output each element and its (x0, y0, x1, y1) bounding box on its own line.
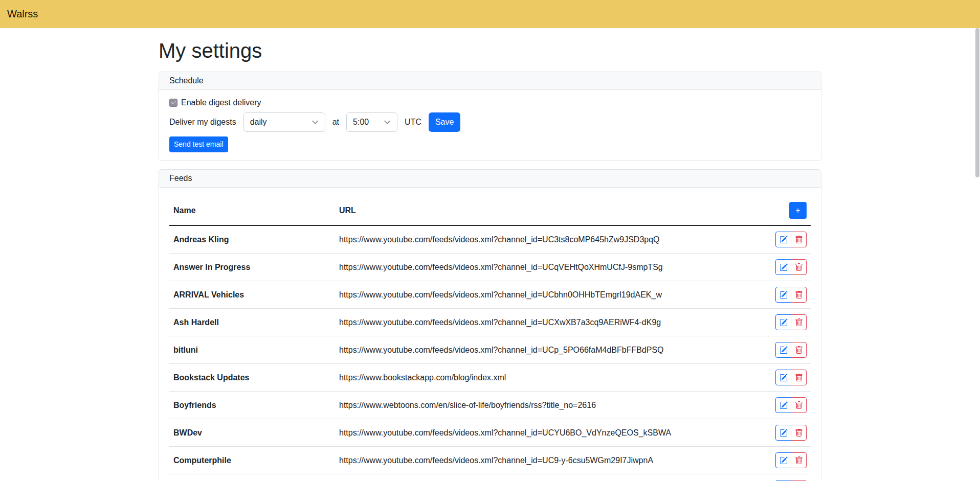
trash-icon (795, 346, 803, 354)
feed-name: BWDev (169, 419, 335, 447)
column-header-name: Name (169, 196, 335, 225)
delete-feed-button[interactable] (791, 342, 807, 358)
trash-icon (795, 263, 803, 271)
enable-digest-checkbox[interactable] (169, 99, 177, 107)
feed-actions (760, 225, 811, 254)
column-header-url: URL (335, 196, 760, 225)
feed-name: Computerphile (169, 447, 335, 474)
feed-url: https://www.youtube.com/feeds/videos.xml… (335, 281, 760, 309)
enable-digest-row: Enable digest delivery (169, 98, 811, 107)
navbar-brand[interactable]: Walrss (7, 8, 38, 20)
feed-actions-group (775, 370, 807, 385)
feed-name: Boyfriends (169, 392, 335, 419)
feed-row: bitluni https://www.youtube.com/feeds/vi… (169, 336, 811, 364)
main-content: My settings Schedule Enable digest deliv… (159, 39, 821, 481)
feed-actions-group (775, 452, 807, 468)
feed-actions-group (775, 397, 807, 413)
column-header-actions: + (760, 196, 811, 225)
trash-icon (795, 401, 803, 409)
edit-feed-button[interactable] (775, 232, 791, 247)
feed-name: Bookstack Updates (169, 364, 335, 392)
feed-row: Bookstack Updates https://www.bookstacka… (169, 364, 811, 392)
feed-row: BWDev https://www.youtube.com/feeds/vide… (169, 419, 811, 447)
feeds-card-body: Name URL + Andreas Kling https://www.you… (159, 188, 821, 481)
trash-icon (795, 429, 803, 437)
edit-feed-button[interactable] (775, 452, 791, 468)
page-title: My settings (159, 39, 821, 62)
send-test-email-button[interactable]: Send test email (169, 136, 228, 152)
feed-url: https://www.youtube.com/feeds/videos.xml… (335, 225, 760, 254)
feed-actions (760, 392, 811, 419)
feeds-table-header-row: Name URL + (169, 196, 811, 225)
chevron-down-icon (311, 119, 319, 126)
feed-actions (760, 254, 811, 281)
feed-row: Answer In Progress https://www.youtube.c… (169, 254, 811, 281)
feed-row: Computerphile https://www.youtube.com/fe… (169, 447, 811, 474)
save-button[interactable]: Save (429, 112, 460, 132)
delete-feed-button[interactable] (791, 397, 807, 413)
frequency-select[interactable]: daily (243, 112, 325, 132)
utc-label: UTC (405, 118, 421, 127)
edit-feed-button[interactable] (775, 370, 791, 385)
schedule-card-body: Enable digest delivery Deliver my digest… (159, 90, 821, 161)
delete-feed-button[interactable] (791, 425, 807, 441)
delete-feed-button[interactable] (791, 232, 807, 247)
check-icon (170, 100, 176, 106)
feed-actions-group (775, 342, 807, 358)
pencil-square-icon (779, 374, 788, 382)
frequency-value: daily (250, 118, 267, 127)
scrollbar (975, 28, 980, 481)
edit-feed-button[interactable] (775, 314, 791, 330)
edit-feed-button[interactable] (775, 342, 791, 358)
edit-feed-button[interactable] (775, 287, 791, 303)
feed-name: Answer In Progress (169, 254, 335, 281)
delete-feed-button[interactable] (791, 314, 807, 330)
feed-url: https://www.youtube.com/feeds/videos.xml… (335, 447, 760, 474)
feeds-table: Name URL + Andreas Kling https://www.you… (169, 196, 811, 481)
trash-icon (795, 318, 803, 327)
edit-feed-button[interactable] (775, 397, 791, 413)
navbar: Walrss (0, 0, 980, 28)
feed-row: Fireship https://www.youtube.com/feeds/v… (169, 474, 811, 481)
time-select[interactable]: 5:00 (346, 112, 397, 132)
at-label: at (332, 118, 339, 127)
feed-url: https://www.youtube.com/feeds/videos.xml… (335, 336, 760, 364)
pencil-square-icon (779, 429, 788, 437)
feed-actions (760, 336, 811, 364)
feed-name: Andreas Kling (169, 225, 335, 254)
feed-url: https://www.youtube.com/feeds/videos.xml… (335, 474, 760, 481)
feed-url: https://www.webtoons.com/en/slice-of-lif… (335, 392, 760, 419)
feed-actions (760, 364, 811, 392)
feed-actions (760, 447, 811, 474)
feed-url: https://www.youtube.com/feeds/videos.xml… (335, 419, 760, 447)
delete-feed-button[interactable] (791, 259, 807, 275)
feed-actions-group (775, 259, 807, 275)
edit-feed-button[interactable] (775, 259, 791, 275)
feed-actions-group (775, 314, 807, 330)
feed-name: bitluni (169, 336, 335, 364)
feed-url: https://www.bookstackapp.com/blog/index.… (335, 364, 760, 392)
trash-icon (795, 236, 803, 244)
feed-actions (760, 419, 811, 447)
feeds-card-header: Feeds (159, 170, 821, 188)
deliver-row: Deliver my digests daily at 5:00 UTC Sav… (169, 112, 811, 132)
edit-feed-button[interactable] (775, 425, 791, 441)
schedule-card: Schedule Enable digest delivery Deliver … (159, 72, 821, 161)
feed-row: Boyfriends https://www.webtoons.com/en/s… (169, 392, 811, 419)
pencil-square-icon (779, 401, 788, 409)
scrollbar-thumb[interactable] (975, 28, 979, 177)
pencil-square-icon (779, 263, 788, 271)
enable-digest-label[interactable]: Enable digest delivery (181, 98, 261, 107)
delete-feed-button[interactable] (791, 452, 807, 468)
schedule-card-header: Schedule (159, 72, 821, 90)
time-value: 5:00 (353, 118, 369, 127)
trash-icon (795, 291, 803, 299)
feed-url: https://www.youtube.com/feeds/videos.xml… (335, 254, 760, 281)
add-feed-button[interactable]: + (789, 202, 807, 219)
feed-actions (760, 281, 811, 309)
feeds-card: Feeds Name URL + Andreas Kling https://w… (159, 169, 821, 481)
pencil-square-icon (779, 318, 788, 327)
feed-actions-group (775, 425, 807, 441)
delete-feed-button[interactable] (791, 370, 807, 385)
delete-feed-button[interactable] (791, 287, 807, 303)
